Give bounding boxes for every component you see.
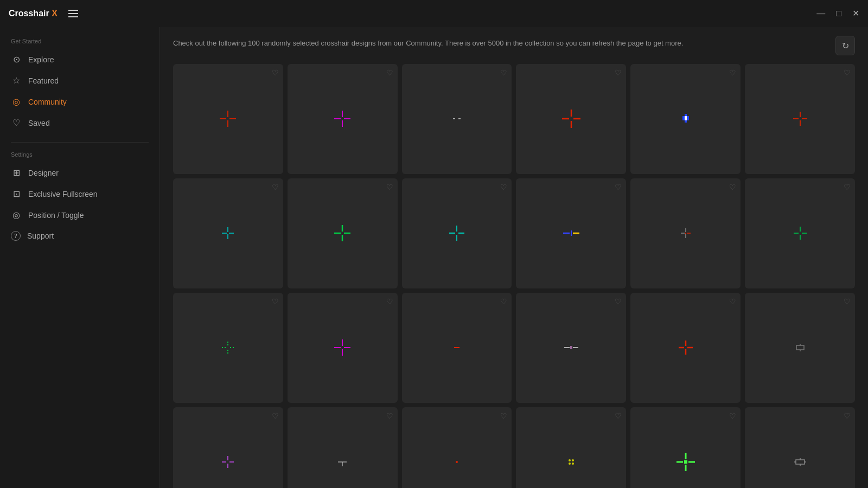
crosshair-card[interactable]: ♡ <box>745 407 855 488</box>
crosshair-card[interactable]: ♡ <box>402 293 512 403</box>
heart-icon[interactable]: ♡ <box>386 183 393 191</box>
heart-icon[interactable]: ♡ <box>272 412 279 420</box>
sidebar-item-explore-label: Explore <box>28 55 54 64</box>
crosshair-card[interactable]: ♡ <box>173 178 283 288</box>
sidebar-item-position-toggle-label: Position / Toggle <box>28 211 84 220</box>
crosshair-display <box>212 217 244 249</box>
crosshair-svg <box>558 334 585 361</box>
heart-icon[interactable]: ♡ <box>729 297 736 306</box>
crosshair-card[interactable]: ♡ <box>173 407 283 488</box>
heart-icon[interactable]: ♡ <box>844 412 851 420</box>
crosshair-svg <box>443 220 470 247</box>
crosshair-svg <box>787 220 814 247</box>
heart-icon[interactable]: ♡ <box>615 297 622 306</box>
sidebar-item-support[interactable]: ? Support <box>0 226 159 246</box>
position-toggle-icon: ◎ <box>11 210 22 220</box>
sidebar-item-designer-label: Designer <box>28 169 59 177</box>
heart-icon[interactable]: ♡ <box>729 412 736 420</box>
crosshair-card[interactable]: ♡ <box>516 178 626 288</box>
crosshair-card[interactable]: ♡ <box>516 407 626 488</box>
heart-icon[interactable]: ♡ <box>500 183 507 191</box>
crosshair-card[interactable]: ♡ <box>402 64 512 174</box>
svg-point-79 <box>456 461 458 463</box>
crosshair-card[interactable]: ♡ <box>173 64 283 174</box>
sidebar-item-designer[interactable]: ⊞ Designer <box>0 162 159 183</box>
sidebar-item-saved[interactable]: ♡ Saved <box>0 112 159 133</box>
svg-rect-20 <box>687 118 689 120</box>
heart-icon[interactable]: ♡ <box>729 68 736 77</box>
sidebar: Get Started ⊙ Explore ☆ Featured ◎ Commu… <box>0 27 160 488</box>
heart-icon[interactable]: ♡ <box>386 68 393 77</box>
crosshair-display <box>555 102 588 135</box>
svg-rect-21 <box>685 120 687 123</box>
intro-text: Check out the following 100 randomly sel… <box>173 38 831 49</box>
svg-point-83 <box>572 463 574 465</box>
sidebar-item-position-toggle[interactable]: ◎ Position / Toggle <box>0 204 159 226</box>
sidebar-item-exclusive-fullscreen[interactable]: ⊡ Exclusive Fullscreen <box>0 183 159 204</box>
crosshair-svg <box>672 220 699 247</box>
crosshair-card[interactable]: ♡ <box>630 178 741 288</box>
sidebar-item-saved-label: Saved <box>28 119 50 127</box>
crosshair-card[interactable]: ♡ <box>630 64 741 174</box>
heart-icon[interactable]: ♡ <box>500 68 507 77</box>
svg-point-81 <box>572 459 574 461</box>
main-layout: Get Started ⊙ Explore ☆ Featured ◎ Commu… <box>0 27 868 488</box>
crosshair-svg <box>443 448 470 476</box>
svg-rect-52 <box>222 347 223 348</box>
heart-icon[interactable]: ♡ <box>500 412 507 420</box>
heart-icon[interactable]: ♡ <box>386 297 393 306</box>
maximize-button[interactable]: □ <box>836 9 841 18</box>
crosshair-card[interactable]: ♡ <box>288 407 398 488</box>
heart-icon[interactable]: ♡ <box>729 183 736 191</box>
heart-icon[interactable]: ♡ <box>272 183 279 191</box>
heart-icon[interactable]: ♡ <box>500 297 507 306</box>
sidebar-item-exclusive-fullscreen-label: Exclusive Fullscreen <box>28 190 98 198</box>
refresh-button[interactable]: ↻ <box>835 36 855 55</box>
sidebar-item-featured[interactable]: ☆ Featured <box>0 70 159 91</box>
crosshair-svg <box>443 105 470 132</box>
intro-text-container: Check out the following 100 randomly sel… <box>173 38 855 55</box>
heart-icon[interactable]: ♡ <box>615 412 622 420</box>
exclusive-fullscreen-icon: ⊡ <box>11 189 22 199</box>
heart-icon[interactable]: ♡ <box>386 412 393 420</box>
crosshair-card[interactable]: ♡ <box>516 293 626 403</box>
crosshair-display <box>212 102 244 135</box>
sidebar-item-featured-label: Featured <box>28 76 59 85</box>
heart-icon[interactable]: ♡ <box>615 68 622 77</box>
crosshair-card[interactable]: ♡ <box>745 293 855 403</box>
crosshair-display <box>555 446 588 478</box>
crosshair-display <box>669 102 702 135</box>
minimize-button[interactable]: — <box>816 9 825 18</box>
support-icon: ? <box>11 231 21 241</box>
crosshair-svg <box>214 220 241 247</box>
menu-button[interactable] <box>68 10 78 17</box>
sidebar-item-community[interactable]: ◎ Community <box>0 91 159 112</box>
crosshair-card[interactable]: ♡ <box>288 64 398 174</box>
crosshair-card[interactable]: ♡ <box>173 293 283 403</box>
svg-rect-15 <box>685 116 687 118</box>
crosshair-card[interactable]: ♡ <box>745 64 855 174</box>
heart-icon[interactable]: ♡ <box>272 297 279 306</box>
crosshair-display <box>784 102 816 135</box>
crosshair-display <box>441 331 473 364</box>
heart-icon[interactable]: ♡ <box>844 183 851 191</box>
close-button[interactable]: ✕ <box>852 9 859 18</box>
sidebar-item-explore[interactable]: ⊙ Explore <box>0 49 159 70</box>
crosshair-svg <box>329 448 356 476</box>
heart-icon[interactable]: ♡ <box>844 68 851 77</box>
crosshair-card[interactable]: ♡ <box>288 293 398 403</box>
crosshair-card[interactable]: ♡ <box>402 178 512 288</box>
content-area: Check out the following 100 randomly sel… <box>160 27 868 488</box>
crosshair-svg <box>787 334 814 361</box>
crosshair-card[interactable]: ♡ <box>402 407 512 488</box>
svg-rect-8 <box>453 118 455 119</box>
crosshair-card[interactable]: ♡ <box>630 407 741 488</box>
heart-icon[interactable]: ♡ <box>844 297 851 306</box>
crosshair-card[interactable]: ♡ <box>288 178 398 288</box>
crosshair-card[interactable]: ♡ <box>630 293 741 403</box>
heart-icon[interactable]: ♡ <box>615 183 622 191</box>
heart-icon[interactable]: ♡ <box>272 68 279 77</box>
crosshair-card[interactable]: ♡ <box>516 64 626 174</box>
crosshair-card[interactable]: ♡ <box>745 178 855 288</box>
crosshair-display <box>326 102 359 135</box>
